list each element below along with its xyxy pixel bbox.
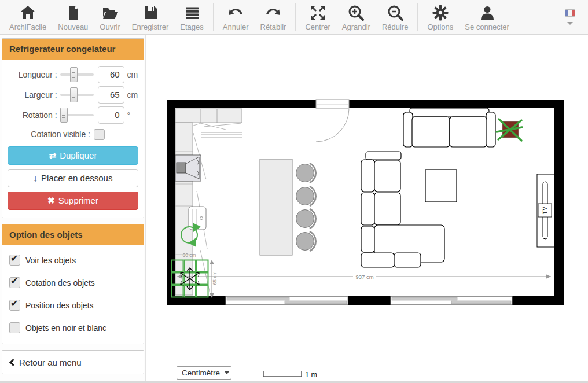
- width-row: Largeur : cm: [2, 84, 144, 105]
- zoom-out-icon: [387, 3, 404, 21]
- toolbar-button-retablir[interactable]: Rétablir: [255, 1, 292, 34]
- kitchen-island[interactable]: [260, 159, 292, 255]
- toolbar-label: Agrandir: [342, 23, 370, 31]
- open-folder-icon: [101, 3, 119, 21]
- sofa[interactable]: [403, 108, 495, 147]
- width-input[interactable]: [98, 86, 124, 104]
- selected-width-label: 60 cm: [182, 252, 196, 258]
- object-position-label: Position des objets: [25, 301, 94, 310]
- delete-button[interactable]: ✖Supprimer: [8, 192, 138, 210]
- toolbar-label: Réduire: [382, 23, 409, 31]
- object-panel-title: Refrigerateur congelateur: [2, 39, 144, 60]
- toolbar-button-annuler[interactable]: Annuler: [217, 1, 255, 34]
- toolbar-button-etages[interactable]: Etages: [174, 1, 209, 34]
- bottom-divider: [146, 380, 588, 380]
- cotation-visible-checkbox[interactable]: [94, 129, 105, 140]
- toolbar-label: Etages: [180, 23, 203, 31]
- bottom-strip: [0, 381, 588, 383]
- gear-icon: [432, 3, 449, 21]
- layers-icon: [183, 3, 201, 21]
- object-dimensions-row: ✔ Cotation des objets: [2, 271, 144, 294]
- toolbar-label: Enregistrer: [132, 23, 169, 31]
- chevron-down-icon: [225, 371, 229, 374]
- show-objects-row: ✔ Voir les objets: [2, 249, 144, 271]
- rotation-unit: °: [127, 111, 139, 120]
- redo-icon: [264, 3, 282, 21]
- toolbar-separator: [295, 3, 296, 31]
- toolbar-label: Centrer: [305, 23, 330, 31]
- length-label: Longueur :: [2, 70, 57, 79]
- toolbar-separator: [417, 3, 418, 31]
- options-panel-title: Option des objets: [2, 224, 144, 245]
- language-selector[interactable]: [565, 9, 575, 25]
- cotation-visible-label: Cotation visible :: [2, 130, 90, 139]
- coffee-table[interactable]: [425, 170, 457, 202]
- length-row: Longueur : cm: [2, 64, 144, 84]
- undo-icon: [227, 3, 244, 21]
- zoom-in-icon: [347, 3, 365, 21]
- sidebar: Refrigerateur congelateur Longueur : cm …: [0, 35, 146, 383]
- object-position-checkbox[interactable]: ✔: [9, 300, 20, 311]
- toolbar-label: Nouveau: [58, 23, 88, 31]
- save-icon: [142, 3, 159, 21]
- room-width-label: 937 cm: [355, 274, 373, 280]
- floorplan-canvas[interactable]: TV 937 cm 60 cm: [146, 35, 588, 383]
- width-label: Largeur :: [2, 90, 57, 100]
- rotation-slider[interactable]: [60, 108, 94, 123]
- rotation-input[interactable]: [98, 106, 124, 124]
- black-white-objects-row: Objets en noir et blanc: [2, 316, 144, 339]
- toolbar-button-nouveau[interactable]: Nouveau: [52, 1, 94, 34]
- rotation-row: Rotation : °: [2, 105, 144, 125]
- chevron-left-icon: [9, 359, 17, 366]
- user-icon: [479, 3, 496, 21]
- toolbar-button-enregistrer[interactable]: Enregistrer: [126, 1, 175, 34]
- toolbar: ArchiFacile Nouveau Ouvrir Enregistrer E…: [0, 0, 588, 35]
- kitchen-hood-unit[interactable]: [175, 155, 201, 181]
- delete-x-icon: ✖: [47, 196, 55, 205]
- width-slider[interactable]: [60, 87, 94, 102]
- back-to-menu-label: Retour au menu: [19, 358, 82, 367]
- new-file-icon: [64, 3, 82, 21]
- back-to-menu-button[interactable]: Retour au menu: [2, 350, 144, 374]
- toolbar-button-options[interactable]: Options: [421, 1, 459, 34]
- cotation-visible-row: Cotation visible :: [2, 126, 144, 142]
- unit-selector-value: Centimètre: [182, 369, 220, 377]
- tv-label: TV: [542, 206, 548, 214]
- object-dimensions-checkbox[interactable]: ✔: [9, 277, 20, 288]
- selected-depth-label: 65 cm: [212, 271, 218, 285]
- object-options-panel: Option des objets ✔ Voir les objets ✔ Co…: [2, 224, 144, 344]
- toolbar-label: Annuler: [223, 23, 249, 31]
- sliding-door[interactable]: [391, 297, 512, 305]
- rotation-label: Rotation :: [2, 111, 57, 120]
- duplicate-icon: ⇄: [49, 150, 57, 160]
- place-below-button[interactable]: ↓Placer en dessous: [8, 169, 138, 187]
- length-unit: cm: [127, 70, 139, 79]
- toolbar-label: Rétablir: [260, 23, 286, 31]
- toolbar-label: ArchiFacile: [9, 23, 46, 31]
- toolbar-button-ouvrir[interactable]: Ouvrir: [94, 1, 126, 34]
- sliding-door[interactable]: [226, 297, 348, 305]
- show-objects-label: Voir les objets: [25, 256, 76, 265]
- chevron-down-icon: [567, 22, 573, 25]
- home-icon: [19, 3, 36, 21]
- black-white-objects-label: Objets en noir et blanc: [25, 323, 106, 333]
- toolbar-button-se-connecter[interactable]: Se connecter: [459, 1, 515, 34]
- toolbar-button-archifacile[interactable]: ArchiFacile: [3, 1, 52, 34]
- toolbar-label: Ouvrir: [100, 23, 120, 31]
- show-objects-checkbox[interactable]: ✔: [9, 255, 20, 266]
- object-position-row: ✔ Position des objets: [2, 294, 144, 316]
- toolbar-separator: [213, 3, 214, 31]
- center-icon: [309, 3, 326, 21]
- unit-selector-dropdown[interactable]: Centimètre: [177, 366, 231, 380]
- width-unit: cm: [127, 90, 139, 100]
- toolbar-button-agrandir[interactable]: Agrandir: [336, 1, 376, 34]
- arrow-down-icon: ↓: [34, 173, 38, 183]
- duplicate-button[interactable]: ⇄Dupliquer: [8, 146, 138, 165]
- toolbar-label: Options: [427, 23, 453, 31]
- length-input[interactable]: [98, 66, 124, 83]
- black-white-objects-checkbox[interactable]: [9, 322, 20, 333]
- tv-unit[interactable]: TV: [537, 174, 554, 247]
- toolbar-button-centrer[interactable]: Centrer: [299, 1, 336, 34]
- length-slider[interactable]: [60, 67, 94, 82]
- toolbar-button-reduire[interactable]: Réduire: [376, 1, 414, 34]
